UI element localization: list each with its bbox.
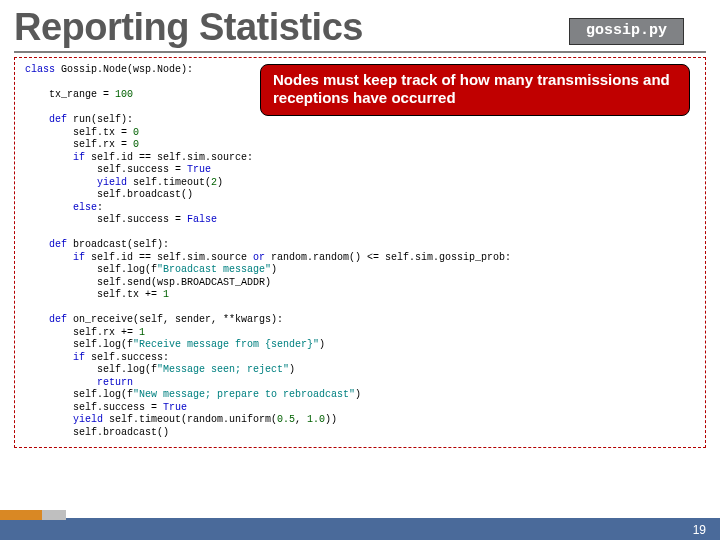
- callout-box: Nodes must keep track of how many transm…: [260, 64, 690, 116]
- footer-bg: [0, 518, 720, 540]
- filename-tab: gossip.py: [569, 18, 684, 45]
- footer-bar: 19: [0, 510, 720, 540]
- footer-accent-grey: [42, 510, 66, 520]
- footer-accent-orange: [0, 510, 42, 520]
- title-underline: [14, 51, 706, 53]
- page-number: 19: [693, 523, 706, 537]
- code-content: class Gossip.Node(wsp.Node): tx_range = …: [25, 64, 695, 439]
